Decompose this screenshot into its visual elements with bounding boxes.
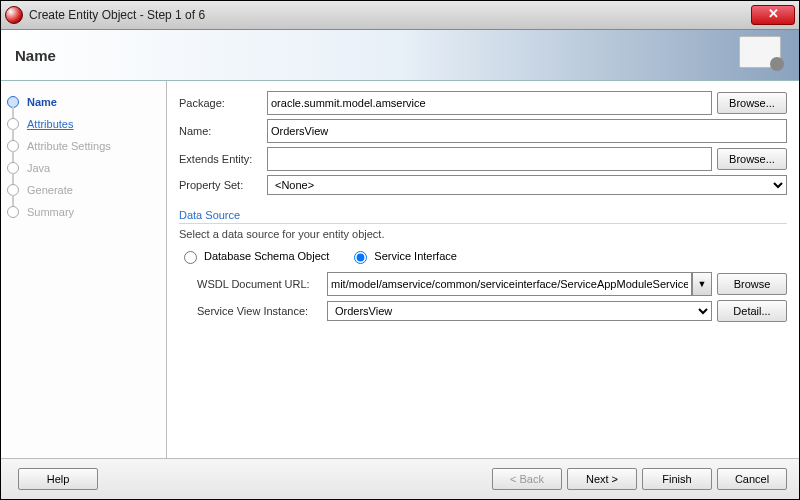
extends-input[interactable] xyxy=(267,147,712,171)
body: Name Attributes Attribute Settings Java … xyxy=(1,81,799,458)
step-dot-icon xyxy=(7,96,19,108)
wizard-steps-sidebar: Name Attributes Attribute Settings Java … xyxy=(1,81,167,458)
window-title: Create Entity Object - Step 1 of 6 xyxy=(29,8,751,22)
package-browse-button[interactable]: Browse... xyxy=(717,92,787,114)
step-label: Name xyxy=(27,96,57,108)
step-summary[interactable]: Summary xyxy=(7,201,162,223)
radio-db-text: Database Schema Object xyxy=(204,250,329,262)
wsdl-combo: ▼ xyxy=(327,272,712,296)
package-input[interactable] xyxy=(267,91,712,115)
step-generate[interactable]: Generate xyxy=(7,179,162,201)
step-dot-icon xyxy=(7,184,19,196)
radio-db-label[interactable]: Database Schema Object xyxy=(179,248,329,264)
cancel-button[interactable]: Cancel xyxy=(717,468,787,490)
svi-label: Service View Instance: xyxy=(197,305,327,317)
step-dot-icon xyxy=(7,140,19,152)
titlebar: Create Entity Object - Step 1 of 6 ✕ xyxy=(1,1,799,30)
row-extends: Extends Entity: Browse... xyxy=(179,147,787,171)
wsdl-browse-button[interactable]: Browse xyxy=(717,273,787,295)
wizard-window: Create Entity Object - Step 1 of 6 ✕ Nam… xyxy=(0,0,800,500)
step-attributes[interactable]: Attributes xyxy=(7,113,162,135)
radio-service-label[interactable]: Service Interface xyxy=(349,248,457,264)
help-button[interactable]: Help xyxy=(18,468,98,490)
svi-select[interactable]: OrdersView xyxy=(327,301,712,321)
step-label: Attribute Settings xyxy=(27,140,111,152)
footer: Help < Back Next > Finish Cancel xyxy=(1,458,799,499)
radio-service-interface[interactable] xyxy=(354,251,367,264)
name-label: Name: xyxy=(179,125,267,137)
page-title: Name xyxy=(15,47,56,64)
propertyset-label: Property Set: xyxy=(179,179,267,191)
extends-label: Extends Entity: xyxy=(179,153,267,165)
package-label: Package: xyxy=(179,97,267,109)
row-name: Name: xyxy=(179,119,787,143)
row-propertyset: Property Set: <None> xyxy=(179,175,787,195)
step-label: Generate xyxy=(27,184,73,196)
step-dot-icon xyxy=(7,162,19,174)
header-icon xyxy=(739,36,781,68)
header-band: Name xyxy=(1,30,799,81)
wsdl-input[interactable] xyxy=(327,272,692,296)
step-label: Summary xyxy=(27,206,74,218)
row-wsdl: WSDL Document URL: ▼ Browse xyxy=(197,272,787,296)
row-svi: Service View Instance: OrdersView Detail… xyxy=(197,300,787,322)
content-panel: Package: Browse... Name: Extends Entity:… xyxy=(167,81,799,458)
step-label: Java xyxy=(27,162,50,174)
step-dot-icon xyxy=(7,206,19,218)
close-button[interactable]: ✕ xyxy=(751,5,795,25)
step-name[interactable]: Name xyxy=(7,91,162,113)
radio-database-schema[interactable] xyxy=(184,251,197,264)
row-package: Package: Browse... xyxy=(179,91,787,115)
datasource-radio-row: Database Schema Object Service Interface xyxy=(179,248,787,264)
wsdl-dropdown-button[interactable]: ▼ xyxy=(692,272,712,296)
name-input[interactable] xyxy=(267,119,787,143)
radio-service-text: Service Interface xyxy=(374,250,457,262)
datasource-hint: Select a data source for your entity obj… xyxy=(179,228,787,240)
finish-button[interactable]: Finish xyxy=(642,468,712,490)
app-icon xyxy=(5,6,23,24)
step-attribute-settings[interactable]: Attribute Settings xyxy=(7,135,162,157)
step-label: Attributes xyxy=(27,118,73,130)
propertyset-select[interactable]: <None> xyxy=(267,175,787,195)
next-button[interactable]: Next > xyxy=(567,468,637,490)
service-interface-block: WSDL Document URL: ▼ Browse Service View… xyxy=(179,272,787,322)
step-dot-icon xyxy=(7,118,19,130)
extends-browse-button[interactable]: Browse... xyxy=(717,148,787,170)
datasource-section-label: Data Source xyxy=(179,209,787,224)
step-java[interactable]: Java xyxy=(7,157,162,179)
svi-detail-button[interactable]: Detail... xyxy=(717,300,787,322)
wsdl-label: WSDL Document URL: xyxy=(197,278,327,290)
back-button[interactable]: < Back xyxy=(492,468,562,490)
